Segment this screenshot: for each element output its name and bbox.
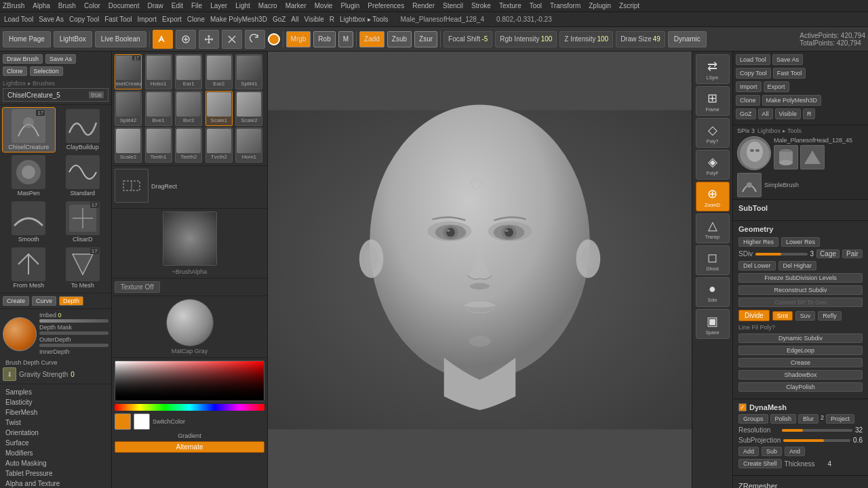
all-right[interactable]: All xyxy=(758,108,773,119)
move-from-brush[interactable]: From Mesh xyxy=(3,246,55,290)
visible-right[interactable]: Visible xyxy=(775,108,801,119)
canvas-area[interactable] xyxy=(268,52,692,488)
make-polymesh-btn[interactable]: Make PolyMesh3D xyxy=(210,16,267,23)
import-btn[interactable]: Import xyxy=(138,16,157,23)
depth-btn[interactable]: Depth xyxy=(59,296,83,306)
hue-bar[interactable] xyxy=(115,404,264,411)
claybuildup-brush[interactable]: ClayBuildup xyxy=(57,108,109,152)
menu-stencil[interactable]: Stencil xyxy=(443,2,463,9)
color-swatch-primary[interactable] xyxy=(115,413,131,430)
menu-texture[interactable]: Texture xyxy=(499,2,521,9)
lightbox-tools-btn[interactable]: Lightbox ▸ Tools xyxy=(340,16,389,23)
modifiers-item[interactable]: Modifiers xyxy=(3,448,108,458)
cylinder3d-thumb[interactable] xyxy=(774,145,798,169)
menu-layer[interactable]: Layer xyxy=(210,2,227,9)
move-btn[interactable] xyxy=(199,30,219,49)
scale-btn[interactable] xyxy=(222,30,242,49)
refly-btn[interactable]: Refly xyxy=(818,311,842,321)
live-boolean-btn[interactable]: Live Boolean xyxy=(95,31,146,47)
tablet-pressure-item[interactable]: Tablet Pressure xyxy=(3,468,108,479)
samples-item[interactable]: Samples xyxy=(3,387,108,397)
freeze-subdiv-btn[interactable]: Freeze SubDivision Levels xyxy=(738,273,863,283)
brush-mini-teeth1[interactable]: Teeth1 xyxy=(145,127,172,163)
surface-item[interactable]: Surface xyxy=(3,438,108,448)
brush-mini-scale2a[interactable]: Scale2 xyxy=(235,91,262,126)
dynamesh-checkbox[interactable]: ✓ xyxy=(738,403,747,411)
zsub-btn[interactable]: Zsub xyxy=(387,31,412,47)
rob-btn[interactable]: Rob xyxy=(313,31,335,47)
depth-mask-slider[interactable] xyxy=(39,319,108,323)
load-tool-btn[interactable]: Load Tool xyxy=(4,16,33,23)
texture-off-btn[interactable]: Texture Off xyxy=(115,281,160,293)
chisel-creature-bar[interactable]: ChiselCreature_5 true xyxy=(3,88,108,102)
fast-tool-right[interactable]: Fast Tool xyxy=(773,68,806,79)
menu-zplugin[interactable]: Zplugin xyxy=(589,2,611,9)
draw-btn[interactable] xyxy=(176,30,196,49)
menu-zscript[interactable]: Zscript xyxy=(619,2,639,9)
import-right[interactable]: Import xyxy=(736,81,762,92)
menu-alpha[interactable]: Alpha xyxy=(33,2,50,9)
save-as-brush-btn[interactable]: Save As xyxy=(45,54,76,64)
copy-tool-right[interactable]: Copy Tool xyxy=(736,68,771,79)
menu-preferences[interactable]: Preferences xyxy=(368,2,404,9)
brush-mini-bvr2[interactable]: Bvr2 xyxy=(175,91,202,126)
brush-mini-ear1[interactable]: Ear1 xyxy=(175,54,202,89)
orientation-item[interactable]: Orientation xyxy=(3,428,108,438)
load-tool-right[interactable]: Load Tool xyxy=(736,54,770,65)
brush-mini-tvcth2[interactable]: Tvcth2 xyxy=(205,127,233,163)
lsym-btn[interactable]: ⇄ LSym xyxy=(696,54,730,84)
zremesher-link[interactable]: ZRemesher xyxy=(738,480,863,488)
matcap-preview[interactable] xyxy=(166,299,214,346)
brush-mini-split41[interactable]: Split41 xyxy=(235,54,262,89)
color-swatch-secondary[interactable] xyxy=(134,413,150,430)
edit-btn[interactable] xyxy=(153,30,173,49)
clone-right[interactable]: Clone xyxy=(736,95,760,106)
polyf-btn[interactable]: ◇ Poly? xyxy=(696,118,730,148)
add-btn[interactable]: Add xyxy=(738,447,759,456)
elasticity-item[interactable]: Elasticity xyxy=(3,397,108,407)
simplebrush-thumb[interactable] xyxy=(737,173,762,197)
standard-brush[interactable]: Standard xyxy=(57,154,109,198)
polyframe-btn[interactable]: ◈ PolyF xyxy=(696,150,730,180)
twist-item[interactable]: Twist xyxy=(3,418,108,428)
edgeloop-btn[interactable]: EdgeLoop xyxy=(738,346,863,355)
goz-right[interactable]: GoZ xyxy=(736,108,756,119)
menu-tool[interactable]: Tool xyxy=(530,2,542,9)
subprojection-slider[interactable] xyxy=(783,439,850,442)
save-as-btn[interactable]: Save As xyxy=(39,16,64,23)
menu-draw[interactable]: Draw xyxy=(147,2,163,9)
pair-btn[interactable]: Pair xyxy=(842,249,863,258)
sdiv-slider[interactable] xyxy=(755,253,807,256)
inner-depth-slider[interactable] xyxy=(39,344,108,347)
menu-macro[interactable]: Macro xyxy=(258,2,277,9)
clisard-brush[interactable]: 17 ClisarD xyxy=(57,200,109,244)
draw-brush-btn[interactable]: Draw Brush xyxy=(3,54,43,64)
smt-btn[interactable]: Smt xyxy=(772,311,793,321)
brush-mini-split42[interactable]: Split42 xyxy=(115,91,142,126)
menu-document[interactable]: Document xyxy=(108,2,140,9)
visible-btn[interactable]: Visible xyxy=(304,16,323,23)
transp-btn[interactable]: △ Transp xyxy=(696,214,730,243)
export-btn[interactable]: Export xyxy=(162,16,182,23)
r-right[interactable]: R xyxy=(803,108,816,119)
sub-btn[interactable]: Sub xyxy=(762,447,782,456)
spane-btn[interactable]: ▣ Spane xyxy=(696,309,730,339)
head-thumbnail[interactable] xyxy=(737,136,771,170)
shadowbox-btn[interactable]: ShadowBox xyxy=(738,370,863,380)
color-picker[interactable] xyxy=(115,361,264,401)
zoomd-btn[interactable]: ⊕ ZoomD xyxy=(696,182,730,211)
rotate-btn[interactable] xyxy=(245,30,265,49)
all-btn[interactable]: All xyxy=(291,16,298,23)
dynamesh-blur-btn[interactable]: Blur xyxy=(798,414,818,424)
maspen-brush[interactable]: MasPen xyxy=(3,154,55,198)
zadd-btn[interactable]: Zadd xyxy=(359,31,384,47)
save-tool-right[interactable]: Save As xyxy=(772,54,803,65)
cage-btn[interactable]: Cage xyxy=(816,249,840,258)
curve-btn[interactable]: Curve xyxy=(32,296,56,306)
menu-zbrush[interactable]: ZBrush xyxy=(3,2,24,9)
copy-tool-btn[interactable]: Copy Tool xyxy=(69,16,99,23)
brush-mini-teeth2[interactable]: Teeth2 xyxy=(175,127,202,163)
cone3d-thumb[interactable] xyxy=(800,145,825,169)
color-indicator[interactable] xyxy=(268,33,280,45)
clone-btn[interactable]: Clone xyxy=(187,16,205,23)
